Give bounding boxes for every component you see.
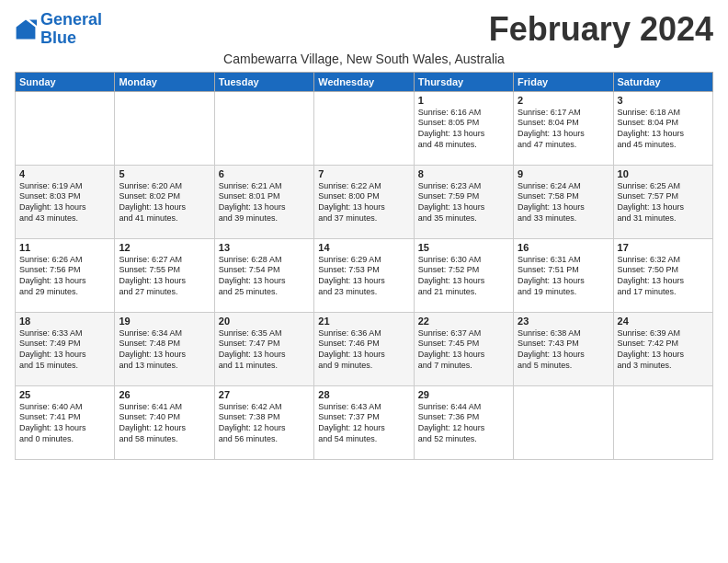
week-row-4: 18Sunrise: 6:33 AMSunset: 7:49 PMDayligh… [16, 312, 713, 385]
calendar-cell: 10Sunrise: 6:25 AMSunset: 7:57 PMDayligh… [613, 165, 712, 238]
day-info: Sunset: 7:45 PM [418, 339, 509, 350]
day-info: Sunrise: 6:44 AM [418, 402, 509, 413]
day-info: and 56 minutes. [219, 434, 310, 445]
page: General Blue February 2024 Cambewarra Vi… [0, 0, 728, 563]
day-info: Sunrise: 6:43 AM [318, 402, 409, 413]
day-info: Sunset: 8:04 PM [518, 118, 609, 129]
day-header-sunday: Sunday [16, 72, 115, 91]
location: Cambewarra Village, New South Wales, Aus… [15, 52, 713, 66]
calendar-cell: 7Sunrise: 6:22 AMSunset: 8:00 PMDaylight… [314, 165, 414, 238]
calendar-cell: 15Sunrise: 6:30 AMSunset: 7:52 PMDayligh… [414, 238, 513, 312]
day-number: 29 [418, 389, 509, 400]
calendar-cell: 21Sunrise: 6:36 AMSunset: 7:46 PMDayligh… [314, 312, 414, 385]
day-info: Daylight: 13 hours [418, 350, 509, 361]
day-info: and 41 minutes. [119, 213, 210, 224]
day-number: 22 [418, 316, 509, 327]
day-info: Sunrise: 6:34 AM [119, 328, 210, 339]
day-info: Daylight: 13 hours [318, 350, 409, 361]
day-info: and 19 minutes. [518, 287, 609, 298]
day-info: Sunrise: 6:40 AM [19, 402, 110, 413]
day-number: 19 [119, 316, 210, 327]
title-block: February 2024 [489, 11, 713, 48]
day-info: Daylight: 13 hours [518, 202, 609, 213]
day-info: and 9 minutes. [318, 361, 409, 372]
day-info: and 48 minutes. [418, 140, 509, 151]
day-info: Daylight: 13 hours [318, 276, 409, 287]
day-info: Sunrise: 6:26 AM [19, 255, 110, 266]
day-number: 16 [518, 242, 609, 253]
day-info: Daylight: 13 hours [219, 202, 310, 213]
calendar-cell: 1Sunrise: 6:16 AMSunset: 8:05 PMDaylight… [414, 91, 513, 165]
day-number: 1 [418, 95, 509, 106]
day-info: and 58 minutes. [119, 434, 210, 445]
day-info: Sunset: 7:48 PM [119, 339, 210, 350]
day-info: and 15 minutes. [19, 361, 110, 372]
day-number: 12 [119, 242, 210, 253]
day-info: and 31 minutes. [618, 213, 709, 224]
day-number: 10 [618, 168, 709, 179]
day-info: Sunset: 7:38 PM [219, 412, 310, 423]
day-info: Sunset: 8:00 PM [318, 191, 409, 202]
day-info: Daylight: 13 hours [618, 129, 709, 140]
day-header-saturday: Saturday [613, 72, 712, 91]
calendar-cell: 3Sunrise: 6:18 AMSunset: 8:04 PMDaylight… [613, 91, 712, 165]
day-info: and 5 minutes. [518, 361, 609, 372]
day-number: 9 [518, 168, 609, 179]
day-info: Sunrise: 6:16 AM [418, 108, 509, 119]
calendar-cell: 6Sunrise: 6:21 AMSunset: 8:01 PMDaylight… [214, 165, 313, 238]
day-info: and 33 minutes. [518, 213, 609, 224]
day-number: 7 [318, 168, 409, 179]
day-info: and 13 minutes. [119, 361, 210, 372]
calendar-cell: 14Sunrise: 6:29 AMSunset: 7:53 PMDayligh… [314, 238, 414, 312]
day-info: Sunrise: 6:17 AM [518, 108, 609, 119]
day-info: and 43 minutes. [19, 213, 110, 224]
day-info: Sunset: 7:43 PM [518, 339, 609, 350]
header: General Blue February 2024 [15, 11, 713, 48]
day-info: Daylight: 12 hours [219, 423, 310, 434]
calendar-cell [514, 385, 613, 459]
day-info: Daylight: 13 hours [618, 202, 709, 213]
day-info: Sunrise: 6:28 AM [219, 255, 310, 266]
day-info: Sunrise: 6:38 AM [518, 328, 609, 339]
calendar-cell: 26Sunrise: 6:41 AMSunset: 7:40 PMDayligh… [115, 385, 214, 459]
day-info: and 29 minutes. [19, 287, 110, 298]
calendar-cell: 22Sunrise: 6:37 AMSunset: 7:45 PMDayligh… [414, 312, 513, 385]
calendar-cell: 20Sunrise: 6:35 AMSunset: 7:47 PMDayligh… [214, 312, 313, 385]
calendar-cell [613, 385, 712, 459]
day-info: Daylight: 13 hours [418, 276, 509, 287]
day-info: and 54 minutes. [318, 434, 409, 445]
day-info: Sunset: 7:42 PM [618, 339, 709, 350]
day-info: Sunrise: 6:39 AM [618, 328, 709, 339]
day-info: Daylight: 13 hours [418, 202, 509, 213]
day-number: 27 [219, 389, 310, 400]
calendar-cell: 9Sunrise: 6:24 AMSunset: 7:58 PMDaylight… [514, 165, 613, 238]
day-info: Sunset: 7:36 PM [418, 412, 509, 423]
day-number: 13 [219, 242, 310, 253]
day-info: Daylight: 13 hours [518, 350, 609, 361]
day-info: Sunrise: 6:37 AM [418, 328, 509, 339]
day-info: Sunset: 7:41 PM [19, 412, 110, 423]
day-info: Sunrise: 6:31 AM [518, 255, 609, 266]
calendar-cell: 24Sunrise: 6:39 AMSunset: 7:42 PMDayligh… [613, 312, 712, 385]
day-header-monday: Monday [115, 72, 214, 91]
day-info: and 37 minutes. [318, 213, 409, 224]
day-info: and 3 minutes. [618, 361, 709, 372]
week-row-1: 1Sunrise: 6:16 AMSunset: 8:05 PMDaylight… [16, 91, 713, 165]
day-info: Daylight: 13 hours [318, 202, 409, 213]
day-info: Sunrise: 6:20 AM [119, 181, 210, 192]
day-info: and 35 minutes. [418, 213, 509, 224]
day-info: Sunrise: 6:32 AM [618, 255, 709, 266]
day-info: Sunrise: 6:29 AM [318, 255, 409, 266]
day-info: and 0 minutes. [19, 434, 110, 445]
day-info: Sunset: 8:04 PM [618, 118, 709, 129]
day-info: Daylight: 12 hours [418, 423, 509, 434]
day-number: 5 [119, 168, 210, 179]
day-header-wednesday: Wednesday [314, 72, 414, 91]
day-info: Daylight: 13 hours [19, 423, 110, 434]
day-info: Sunset: 8:02 PM [119, 191, 210, 202]
day-info: and 11 minutes. [219, 361, 310, 372]
day-info: Sunset: 7:50 PM [618, 265, 709, 276]
day-info: and 45 minutes. [618, 140, 709, 151]
calendar-cell: 28Sunrise: 6:43 AMSunset: 7:37 PMDayligh… [314, 385, 414, 459]
logo: General Blue [15, 11, 102, 48]
